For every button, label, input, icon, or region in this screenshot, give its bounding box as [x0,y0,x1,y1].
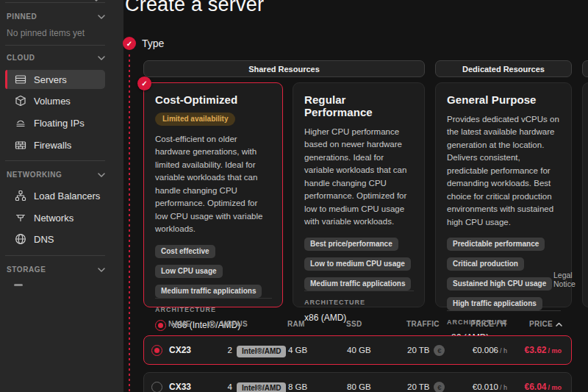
tag: High traffic applications [447,297,542,310]
plan-row-cx33[interactable]: CX33 4 Intel®/AMD 8 GB 80 GB 20 TB € €0.… [143,372,572,392]
column-header-label: PRICE [529,320,553,328]
price-unit: / mo [548,347,562,354]
sidebar-item-label: Servers [34,74,67,85]
radio-unselected-icon[interactable] [151,382,162,392]
floating-ip-icon [15,117,26,129]
limited-availability-badge: Limited availability [155,113,235,126]
tag: Low CPU usage [155,265,223,278]
legal-notice-link[interactable]: Legal Notice [553,271,588,288]
card-regular-performance[interactable]: Regular Performance Higher CPU performan… [293,82,425,307]
euro-circle-icon[interactable]: € [434,345,445,356]
card-cost-optimized[interactable]: ✓ Cost-Optimized Limited availability Co… [143,82,283,307]
card-title: Regular Performance [304,93,414,118]
sidebar-item-volumes[interactable]: Volumes [5,91,105,110]
card-general-purpose[interactable]: General Purpose Provides dedicated vCPUs… [435,82,572,307]
page-title: Create a server [125,0,264,16]
sidebar-item-firewalls[interactable]: Firewalls [5,135,105,154]
sidebar-section-storage[interactable]: STORAGE [7,266,105,274]
firewall-icon [15,139,26,151]
divider [5,2,105,3]
sidebar-item-dns[interactable]: DNS [5,229,105,249]
architecture-label: ARCHITECTURE [155,306,272,313]
plan-price-hourly: €0.006/ h [459,346,512,354]
sidebar-item-label: Floating IPs [34,118,85,129]
network-icon [15,212,26,224]
plan-table-header: NAME VCPUS RAM SSD TRAFFIC PRICE / H PRI… [143,318,572,329]
plan-price-monthly: €3.62/ mo [512,345,571,355]
step-type-label: Type [142,38,164,49]
tab-label: Dedicated Resources [462,65,545,74]
tab-shared-resources[interactable]: Shared Resources [143,60,425,77]
sidebar: PINNED No pinned items yet CLOUD Servers… [0,0,123,392]
card-description: Cost-efficient on older hardware generat… [155,133,272,236]
price-value: €0.010 [473,382,498,391]
divider [5,160,105,161]
price-unit: / h [500,347,507,354]
tag: Sustained high CPU usage [447,277,552,291]
plan-name: CX33 [169,382,215,392]
step-connector-line [129,54,130,392]
column-header-price-h[interactable]: PRICE / H [458,320,511,328]
column-header-ram[interactable]: RAM [287,320,346,328]
plan-row-cx23[interactable]: CX23 2 Intel®/AMD 4 GB 40 GB 20 TB € €0.… [143,335,572,365]
tag: Best price/performance [304,238,398,251]
sidebar-section-cloud[interactable]: CLOUD [7,54,105,62]
radio-selected-icon[interactable] [151,345,162,356]
sidebar-item-label: Firewalls [34,140,71,151]
section-label: NETWORKING [7,171,62,179]
column-header-ssd[interactable]: SSD [346,320,405,328]
sidebar-section-pinned[interactable]: PINNED [7,13,105,21]
tag: Medium traffic applications [155,285,262,298]
main-content: Create a server ✓ Type Shared Resources … [123,0,588,392]
column-header-traffic[interactable]: TRAFFIC [405,320,458,328]
sidebar-item-servers[interactable]: Servers [5,70,105,89]
tag: Medium traffic applications [304,277,411,291]
tab-dedicated-resources[interactable]: Dedicated Resources [435,60,572,77]
card-title: Cost-Optimized [155,93,272,106]
plan-ssd: 80 GB [347,382,406,391]
sidebar-item-label: Volumes [34,96,71,107]
tag: Cost effective [155,245,215,258]
check-icon: ✓ [137,76,151,90]
cpu-vendor-badge-cell: Intel®/AMD [237,380,288,392]
section-label: STORAGE [7,266,46,274]
chevron-down-icon [98,15,105,19]
check-icon: ✓ [123,37,136,50]
row-radio[interactable] [144,382,169,392]
price-value: €3.62 [524,345,546,355]
plan-ram: 8 GB [288,382,347,391]
chevron-down-icon [98,173,105,177]
card-description: Provides dedicated vCPUs on the latest a… [447,113,561,229]
sidebar-item-label: Load Balancers [34,190,100,202]
sidebar-item-label: DNS [34,234,54,245]
card-title: General Purpose [447,93,561,106]
card-description: Higher CPU performance based on newer ha… [304,126,414,229]
column-header-name[interactable]: NAME [168,320,214,328]
euro-circle-icon[interactable]: € [434,382,445,392]
price-unit: / h [500,384,507,391]
sidebar-section-networking[interactable]: NETWORKING [7,171,105,179]
plan-price-hourly: €0.010/ h [459,382,512,391]
price-unit: / mo [548,384,562,391]
sidebar-item-load-balancers[interactable]: Load Balancers [5,186,105,205]
sidebar-item-floating-ips[interactable]: Floating IPs [5,113,105,132]
tag: Predictable performance [447,238,545,251]
clipped-tab-fragment[interactable] [582,60,588,77]
tab-label: Shared Resources [248,65,320,74]
section-label: CLOUD [7,54,35,62]
chevron-down-icon [98,56,105,60]
column-header-price[interactable]: PRICE [511,320,572,328]
divider [5,255,105,256]
row-radio[interactable] [144,345,169,356]
sidebar-item-label: Networks [34,213,74,224]
plan-traffic: 20 TB € [406,345,459,356]
globe-icon [15,233,26,245]
plan-ssd: 40 GB [347,346,406,354]
column-header-vcpus[interactable]: VCPUS [214,320,287,328]
traffic-value: 20 TB [407,346,429,354]
load-balancer-icon [15,190,26,202]
sidebar-item-networks[interactable]: Networks [5,208,105,227]
cpu-vendor-badge: Intel®/AMD [237,382,286,392]
card-tags: Cost effective Low CPU usage Medium traf… [155,245,272,298]
chevron-down-icon [98,268,105,272]
